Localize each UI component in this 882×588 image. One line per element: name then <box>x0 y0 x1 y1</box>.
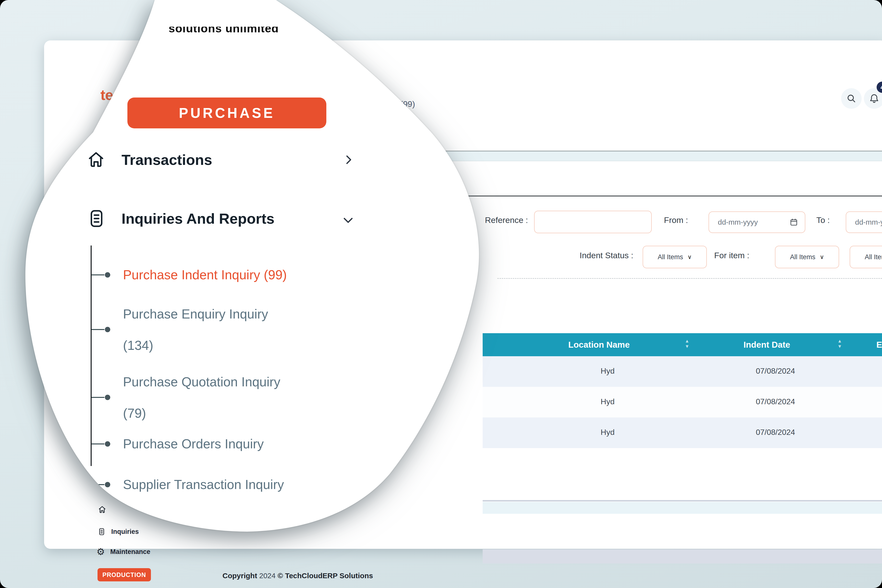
submenu-purchase-enquiry-inquiry[interactable]: Purchase Enquiry Inquiry(134) <box>123 298 363 361</box>
tree-connector-line <box>91 246 92 466</box>
menu-item-transactions[interactable]: Transactions <box>122 152 212 168</box>
tree-node-dot <box>105 272 110 278</box>
menu-item-inquiries-and-reports[interactable]: Inquiries And Reports <box>122 210 274 227</box>
submenu-purchase-indent-inquiry[interactable]: Purchase Indent Inquiry (99) <box>123 259 363 291</box>
submenu-purchase-quotation-inquiry[interactable]: Purchase Quotation Inquiry(79) <box>123 366 363 429</box>
tree-branch <box>92 444 104 444</box>
document-icon <box>86 208 107 229</box>
tree-branch <box>92 484 104 485</box>
tree-branch <box>92 397 104 398</box>
purchase-module-button[interactable]: PURCHASE <box>128 98 326 128</box>
chevron-right-icon[interactable] <box>342 154 354 166</box>
submenu-purchase-orders-inquiry[interactable]: Purchase Orders Inquiry <box>123 428 363 460</box>
tree-node-dot <box>105 327 110 332</box>
tree-node-dot <box>105 482 110 487</box>
magnifier-circle: solutions unlimited PURCHASE Transaction… <box>0 0 882 588</box>
tree-node-dot <box>105 441 110 447</box>
tree-node-dot <box>105 395 110 400</box>
home-icon <box>86 150 106 170</box>
magnifier-overlay: solutions unlimited PURCHASE Transaction… <box>0 0 882 588</box>
tree-branch <box>92 274 104 275</box>
magnified-logo-tagline: solutions unlimited <box>168 21 279 35</box>
app-page: techcloude® solutions u Purchase Indent … <box>0 0 882 588</box>
submenu-supplier-transaction-inquiry[interactable]: Supplier Transaction Inquiry <box>123 469 363 500</box>
tree-branch <box>92 329 104 330</box>
chevron-down-icon[interactable] <box>342 214 354 226</box>
